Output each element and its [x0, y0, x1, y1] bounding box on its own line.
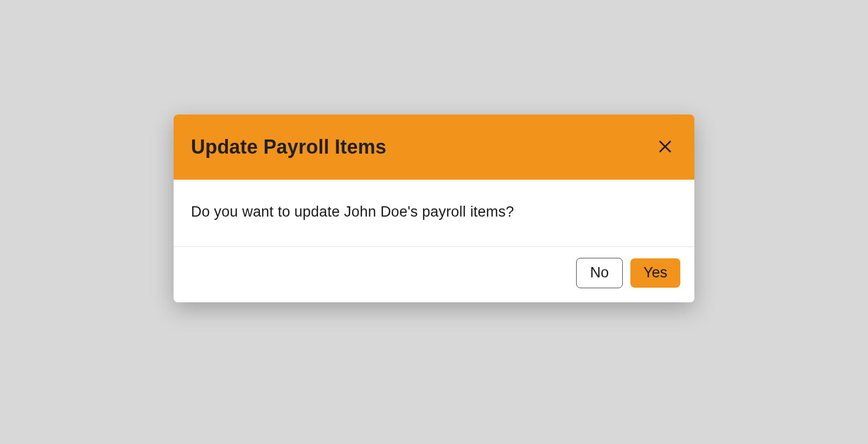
yes-button[interactable]: Yes: [630, 258, 680, 288]
dialog-header: Update Payroll Items: [174, 115, 694, 180]
dialog-message: Do you want to update John Doe's payroll…: [191, 204, 677, 220]
close-icon: [658, 139, 673, 156]
dialog-body: Do you want to update John Doe's payroll…: [174, 180, 694, 247]
confirmation-dialog: Update Payroll Items Do you want to upda…: [174, 115, 694, 302]
dialog-footer: No Yes: [174, 247, 694, 302]
no-button[interactable]: No: [576, 258, 623, 288]
close-button[interactable]: [653, 135, 677, 159]
dialog-title: Update Payroll Items: [191, 136, 386, 158]
